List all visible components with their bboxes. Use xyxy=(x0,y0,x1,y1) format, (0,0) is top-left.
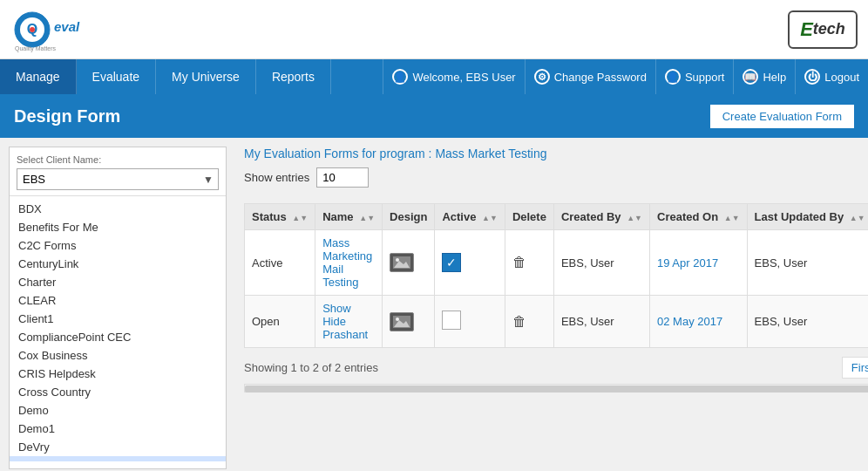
list-item[interactable]: DeVry Trial xyxy=(10,456,226,461)
row1-status: Active xyxy=(245,230,315,296)
col-status: Status ▲▼ xyxy=(245,204,315,230)
sort-icon: ▲▼ xyxy=(482,214,498,222)
row1-active: ✓ xyxy=(435,230,505,296)
col-name: Name ▲▼ xyxy=(315,204,383,230)
svg-text:eval: eval xyxy=(54,19,80,34)
table-header-row: Status ▲▼ Name ▲▼ Design Active ▲▼ Delet… xyxy=(245,204,869,230)
power-icon: ⏻ xyxy=(804,69,820,85)
design-icon[interactable] xyxy=(390,253,414,272)
table-row: Open Show Hide Prashant 🗑 xyxy=(245,296,869,348)
row2-name-link[interactable]: Show Hide Prashant xyxy=(322,302,368,341)
showing-text: Showing 1 to 2 of 2 entries xyxy=(244,361,378,374)
etech-logo: Etech xyxy=(788,10,858,49)
pagination-row: Showing 1 to 2 of 2 entries First Previo… xyxy=(244,357,868,379)
delete-icon[interactable]: 🗑 xyxy=(512,314,526,329)
list-item[interactable]: C2C Forms xyxy=(10,236,226,255)
list-item[interactable]: Cross Country xyxy=(10,383,226,401)
list-item[interactable]: Charter xyxy=(10,273,226,291)
gear-icon: ⚙ xyxy=(534,69,550,85)
row2-created-by: EBS, User xyxy=(553,296,649,348)
list-item[interactable]: CLEAR xyxy=(10,291,226,310)
col-delete: Delete xyxy=(505,204,553,230)
list-item[interactable]: Demo xyxy=(10,401,226,420)
row2-status: Open xyxy=(245,296,315,348)
entries-select-wrapper[interactable]: 10 25 50 100 xyxy=(316,167,369,188)
nav-myuniverse[interactable]: My Universe xyxy=(156,59,256,94)
client-select[interactable]: EBS xyxy=(17,168,219,190)
main-content: Select Client Name: EBS ▼ BDX Benefits F… xyxy=(0,138,868,471)
nav-bar: Manage Evaluate My Universe Reports 👤 We… xyxy=(0,59,868,94)
scrollbar-thumb xyxy=(245,386,868,392)
row2-name: Show Hide Prashant xyxy=(315,296,383,348)
client-select-wrapper[interactable]: EBS ▼ xyxy=(17,168,219,190)
list-item[interactable]: DeVry xyxy=(10,438,226,456)
list-item[interactable]: CRIS Helpdesk xyxy=(10,365,226,383)
nav-logout[interactable]: ⏻ Logout xyxy=(795,59,868,94)
list-item[interactable]: Client1 xyxy=(10,310,226,328)
create-evaluation-form-button[interactable]: Create Evaluation Form xyxy=(710,105,854,128)
entries-select[interactable]: 10 25 50 100 xyxy=(316,167,369,188)
sort-icon: ▲▼ xyxy=(359,214,375,222)
entries-search-row: Show entries 10 25 50 100 Search: xyxy=(244,167,868,196)
list-item[interactable]: Demo1 xyxy=(10,420,226,438)
top-header: Q eval Quality Matters Etech xyxy=(0,0,868,59)
list-item[interactable]: BDX xyxy=(10,200,226,218)
row2-date-link[interactable]: 02 May 2017 xyxy=(657,315,722,328)
client-sidebar: Select Client Name: EBS ▼ BDX Benefits F… xyxy=(9,147,227,469)
nav-manage[interactable]: Manage xyxy=(0,59,77,94)
nav-left: Manage Evaluate My Universe Reports xyxy=(0,59,331,94)
delete-icon[interactable]: 🗑 xyxy=(512,255,526,270)
active-checkbox-checked[interactable]: ✓ xyxy=(442,253,461,272)
row2-delete: 🗑 xyxy=(505,296,553,348)
list-item[interactable]: Cox Business xyxy=(10,346,226,365)
nav-right: 👤 Welcome, EBS User ⚙ Change Password 👤 … xyxy=(383,59,868,94)
client-list: BDX Benefits For Me C2C Forms CenturyLin… xyxy=(10,200,226,461)
divider xyxy=(10,195,226,196)
show-entries: Show entries 10 25 50 100 xyxy=(244,167,369,188)
nav-reports[interactable]: Reports xyxy=(256,59,331,94)
sort-icon: ▲▼ xyxy=(627,214,642,222)
col-created-on: Created On ▲▼ xyxy=(650,204,748,230)
first-page-button[interactable]: First xyxy=(842,357,868,379)
row1-date-link[interactable]: 19 Apr 2017 xyxy=(657,256,718,270)
help-icon: 📖 xyxy=(743,69,758,85)
list-item[interactable]: Benefits For Me xyxy=(10,218,226,236)
design-icon[interactable] xyxy=(390,312,414,331)
col-design: Design xyxy=(383,204,435,230)
row1-name: Mass Marketing Mail Testing xyxy=(315,230,383,296)
row1-created-by: EBS, User xyxy=(553,230,649,296)
show-entries-label: Show entries xyxy=(244,171,309,184)
user-icon: 👤 xyxy=(392,69,408,85)
svg-point-9 xyxy=(396,258,399,262)
sort-icon: ▲▼ xyxy=(850,214,865,222)
row1-design xyxy=(383,230,435,296)
logo-area: Q eval Quality Matters xyxy=(10,7,89,52)
nav-help[interactable]: 📖 Help xyxy=(733,59,795,94)
nav-support[interactable]: 👤 Support xyxy=(655,59,734,94)
nav-welcome: 👤 Welcome, EBS User xyxy=(383,59,524,94)
nav-changepassword[interactable]: ⚙ Change Password xyxy=(525,59,655,94)
table-row: Active Mass Marketing Mail Testing ✓ xyxy=(245,230,869,296)
active-checkbox-unchecked[interactable] xyxy=(442,311,461,330)
row1-delete: 🗑 xyxy=(505,230,553,296)
support-icon: 👤 xyxy=(665,69,681,85)
client-select-label: Select Client Name: xyxy=(10,154,226,168)
svg-point-4 xyxy=(30,27,35,32)
page-title-bar: Design Form Create Evaluation Form xyxy=(0,94,868,138)
row2-created-on: 02 May 2017 xyxy=(650,296,748,348)
eval-forms-table: Status ▲▼ Name ▲▼ Design Active ▲▼ Delet… xyxy=(244,203,868,348)
row2-last-updated-by: EBS, User xyxy=(747,296,868,348)
table-scrollbar[interactable]: ▶ xyxy=(244,384,868,392)
row2-design xyxy=(383,296,435,348)
eval-header: My Evaluation Forms for program : Mass M… xyxy=(244,147,868,160)
list-item[interactable]: CenturyLink xyxy=(10,255,226,273)
page-title: Design Form xyxy=(14,106,120,126)
row1-name-link[interactable]: Mass Marketing Mail Testing xyxy=(322,236,372,289)
list-item[interactable]: CompliancePoint CEC xyxy=(10,328,226,346)
row1-created-on: 19 Apr 2017 xyxy=(650,230,748,296)
qeval-logo: Q eval Quality Matters xyxy=(10,7,89,52)
col-created-by: Created By ▲▼ xyxy=(553,204,649,230)
pagination-buttons: First Previous 1 Next Last xyxy=(842,357,868,379)
col-active: Active ▲▼ xyxy=(435,204,505,230)
nav-evaluate[interactable]: Evaluate xyxy=(77,59,156,94)
